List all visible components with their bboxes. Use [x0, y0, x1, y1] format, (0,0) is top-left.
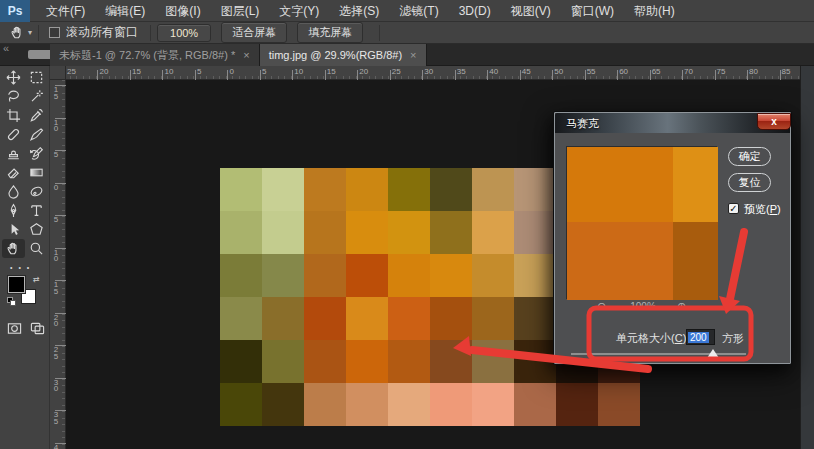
- mosaic-cell: [304, 254, 346, 297]
- history-brush-tool[interactable]: [25, 144, 48, 163]
- menu-item-5[interactable]: 选择(S): [329, 0, 389, 22]
- menu-item-1[interactable]: 编辑(E): [95, 0, 155, 22]
- eraser-tool[interactable]: [2, 163, 25, 182]
- default-colors-icon[interactable]: [7, 297, 16, 306]
- dialog-title-bar[interactable]: 马赛克 x: [555, 113, 790, 133]
- dodge-tool[interactable]: [25, 182, 48, 201]
- mosaic-cell: [262, 211, 304, 254]
- menu-item-4[interactable]: 文字(Y): [269, 0, 329, 22]
- lasso-tool[interactable]: [2, 87, 25, 106]
- path-selection-tool[interactable]: [2, 220, 25, 239]
- tab-close-icon[interactable]: ×: [243, 49, 249, 61]
- ruler-label: 85: [782, 67, 791, 76]
- color-swatches[interactable]: ⇄: [5, 275, 45, 313]
- gradient-tool[interactable]: [25, 163, 48, 182]
- ruler-label: 10: [294, 67, 303, 76]
- ruler-label: 35: [457, 67, 466, 76]
- zoom-in-icon[interactable]: ⊕: [677, 300, 686, 313]
- tab-close-icon[interactable]: ×: [410, 49, 416, 61]
- ruler-label: 3 0: [52, 380, 60, 394]
- quick-mask-icon[interactable]: [7, 321, 22, 336]
- blur-tool[interactable]: [2, 182, 25, 201]
- path-selection-icon: [12, 224, 20, 235]
- mosaic-filter-dialog: 马赛克 x ⊖ 100% ⊕ 单元格大小(C): 200 方形 确定 复位 ✓ …: [553, 111, 792, 365]
- mosaic-cell: [388, 211, 430, 254]
- preview-checkbox[interactable]: ✓: [728, 203, 739, 214]
- separator: [379, 25, 380, 41]
- menu-item-10[interactable]: 帮助(H): [624, 0, 685, 22]
- hand-tool[interactable]: [2, 239, 25, 258]
- mosaic-cell: [388, 168, 430, 211]
- fill-screen-button[interactable]: 填充屏幕: [297, 22, 363, 43]
- cell-size-input[interactable]: 200: [686, 329, 715, 345]
- toolbar-overflow-icon[interactable]: • • •: [10, 264, 49, 271]
- menu-item-9[interactable]: 窗口(W): [561, 0, 624, 22]
- mosaic-cell: [388, 340, 430, 383]
- mosaic-cell: [262, 297, 304, 340]
- brush-icon: [31, 129, 42, 140]
- menu-item-8[interactable]: 视图(V): [501, 0, 561, 22]
- menu-item-6[interactable]: 滤镜(T): [389, 0, 448, 22]
- ruler-label: 20: [99, 67, 108, 76]
- right-panel-edge: [800, 66, 814, 449]
- clone-stamp-tool[interactable]: [2, 144, 25, 163]
- ps-logo: Ps: [0, 0, 30, 22]
- scroll-all-windows-checkbox[interactable]: [49, 27, 60, 38]
- gradient-icon: [31, 169, 42, 176]
- ruler-label: 40: [489, 67, 498, 76]
- type-icon: [32, 206, 41, 216]
- shape-tool[interactable]: [25, 220, 48, 239]
- ruler-label: 5: [262, 67, 266, 76]
- cell-size-slider[interactable]: [571, 353, 746, 355]
- reset-button[interactable]: 复位: [728, 173, 771, 192]
- collapse-panels-icon[interactable]: «: [3, 42, 9, 54]
- swap-colors-icon[interactable]: ⇄: [33, 275, 40, 284]
- mosaic-cell: [304, 383, 346, 426]
- healing-brush-tool[interactable]: [2, 125, 25, 144]
- crop-tool[interactable]: [2, 106, 25, 125]
- zoom-tool[interactable]: [25, 239, 48, 258]
- document-tab-1[interactable]: timg.jpg @ 29.9%(RGB/8#)×: [260, 44, 427, 66]
- magic-wand-tool[interactable]: [25, 87, 48, 106]
- ruler-label: 20: [359, 67, 368, 76]
- history-brush-icon: [31, 148, 43, 159]
- ruler-label: 30: [424, 67, 433, 76]
- slider-thumb[interactable]: [707, 349, 719, 358]
- move-tool[interactable]: [2, 68, 25, 87]
- menu-items: 文件(F)编辑(E)图像(I)图层(L)文字(Y)选择(S)滤镜(T)3D(D)…: [36, 0, 685, 22]
- close-button[interactable]: x: [757, 113, 791, 130]
- photoshop-window: Ps 文件(F)编辑(E)图像(I)图层(L)文字(Y)选择(S)滤镜(T)3D…: [0, 0, 814, 449]
- ruler-label: 50: [554, 67, 563, 76]
- type-tool[interactable]: [25, 201, 48, 220]
- screen-mode-icon[interactable]: [30, 321, 45, 336]
- menu-item-2[interactable]: 图像(I): [155, 0, 210, 22]
- mosaic-cell: [262, 340, 304, 383]
- mosaic-cell: [220, 254, 262, 297]
- brush-tool[interactable]: [25, 125, 48, 144]
- zoom-icon: [31, 243, 39, 251]
- preview-zoom-controls: ⊖ 100% ⊕: [566, 300, 717, 314]
- mosaic-cell: [262, 254, 304, 297]
- document-tab-0[interactable]: 未标题-1 @ 72.7% (背景, RGB/8#) *×: [50, 44, 260, 66]
- mosaic-cell: [220, 211, 262, 254]
- pen-tool[interactable]: [2, 201, 25, 220]
- ok-button[interactable]: 确定: [728, 147, 771, 166]
- document-tab-bar: « 未标题-1 @ 72.7% (背景, RGB/8#) *×timg.jpg …: [0, 44, 814, 66]
- eyedropper-tool[interactable]: [25, 106, 48, 125]
- scroll-all-windows-label: 滚动所有窗口: [66, 24, 138, 41]
- cell-size-label: 单元格大小(C):: [616, 331, 689, 346]
- menu-item-0[interactable]: 文件(F): [36, 0, 95, 22]
- eyedropper-icon: [31, 110, 42, 121]
- vertical-ruler: 1 51 05051 01 52 02 53 03 54 0: [50, 80, 66, 449]
- zoom-out-icon[interactable]: ⊖: [597, 300, 606, 313]
- zoom-100-button[interactable]: 100%: [157, 24, 211, 42]
- mosaic-cell: [388, 383, 430, 426]
- menu-item-7[interactable]: 3D(D): [449, 0, 501, 22]
- foreground-color-swatch[interactable]: [8, 276, 25, 293]
- hand-tool-preset-icon[interactable]: ▾: [10, 25, 32, 40]
- fit-screen-button[interactable]: 适合屏幕: [221, 22, 287, 43]
- menu-item-3[interactable]: 图层(L): [211, 0, 270, 22]
- mosaic-cell: [430, 168, 472, 211]
- ruler-label: 25: [392, 67, 401, 76]
- marquee-tool[interactable]: [25, 68, 48, 87]
